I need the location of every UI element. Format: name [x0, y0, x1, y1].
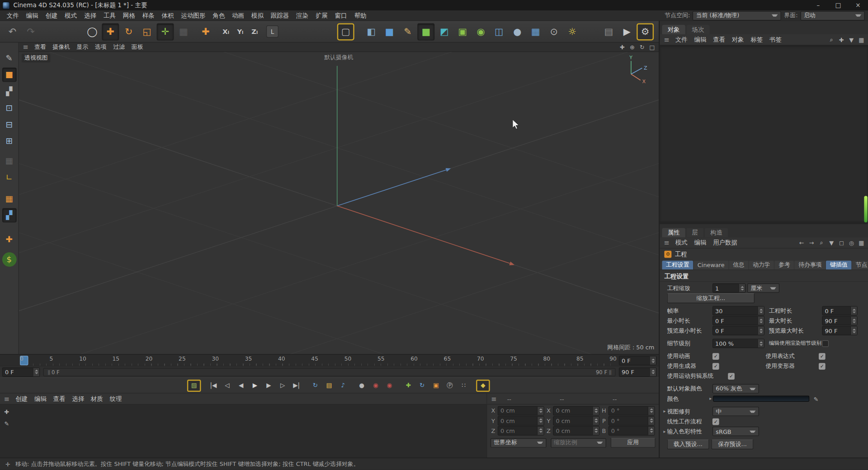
node-space-select[interactable]: 当前 (标准/物理) — [693, 11, 781, 20]
play-button[interactable]: ▶ — [249, 379, 261, 391]
browser-icon[interactable]: ▦ — [857, 35, 866, 44]
menubar-item[interactable]: 角色 — [209, 11, 228, 20]
menubar-item[interactable]: 样条 — [139, 11, 158, 20]
bend-icon[interactable]: ◫ — [491, 23, 508, 40]
view-clip-expander-icon[interactable]: ▸ — [662, 409, 667, 414]
tab-attributes[interactable]: 属性 — [662, 228, 685, 237]
key-position-button[interactable]: ✚ — [402, 379, 415, 391]
menubar-item[interactable]: 窗口 — [331, 11, 350, 20]
cube-icon[interactable]: ■ — [381, 23, 398, 40]
color-swatch[interactable] — [713, 396, 809, 402]
axis-center-icon[interactable]: ✚ — [2, 232, 16, 247]
sky-icon[interactable]: ● — [509, 23, 526, 40]
filter-icon[interactable]: ▼ — [847, 35, 856, 44]
attribute-menu-icon[interactable]: ≡ — [662, 238, 671, 247]
viewport-menu-item[interactable]: 面板 — [128, 43, 146, 51]
coordinate-field[interactable]: 0 ° — [609, 416, 655, 425]
tab-dynamics[interactable]: 动力学 — [749, 261, 774, 270]
menubar-item[interactable]: 扩展 — [312, 11, 331, 20]
linear-workflow-checkbox[interactable]: ✓ — [712, 418, 719, 425]
tab-cineware[interactable]: Cineware — [693, 261, 728, 270]
goto-start-button[interactable]: |◀ — [207, 379, 220, 391]
apply-button[interactable]: 应用 — [611, 438, 656, 448]
use-deformers-checkbox[interactable]: ✓ — [819, 363, 826, 370]
input-color-expander-icon[interactable]: ▸ — [662, 429, 667, 434]
add-material-icon[interactable]: ✚ — [2, 407, 11, 416]
project-scale-unit-select[interactable]: 厘米 — [747, 283, 779, 293]
tab-reference[interactable]: 参考 — [775, 261, 794, 270]
material-menu-item[interactable]: 纹理 — [106, 395, 125, 403]
save-preset-button[interactable]: 保存预设... — [711, 439, 753, 449]
tab-construction[interactable]: 构造 — [705, 228, 728, 237]
texture-axis-icon[interactable]: ▦ — [2, 192, 16, 206]
asset-browser-icon[interactable]: $ — [2, 252, 16, 267]
use-generators-checkbox[interactable]: ✓ — [712, 363, 719, 370]
coordinate-field[interactable]: 0 cm — [498, 416, 544, 425]
maximize-button[interactable]: □ — [828, 0, 848, 10]
fps-field[interactable]: 30 — [712, 306, 764, 315]
maximize-view-icon[interactable]: □ — [648, 42, 657, 52]
cloner-icon[interactable]: ▣ — [454, 23, 471, 40]
menubar-item[interactable]: 渲染 — [293, 11, 312, 20]
camera-icon[interactable]: ⊙ — [545, 23, 562, 40]
material-menu-item[interactable]: 材质 — [87, 395, 106, 403]
extrude-icon[interactable]: ◩ — [436, 23, 453, 40]
material-menu-item[interactable]: 编辑 — [31, 395, 50, 403]
lod-field[interactable]: 100 % — [712, 338, 764, 348]
back-icon[interactable]: ← — [797, 238, 806, 247]
viewport-menu-item[interactable]: 显示 — [73, 43, 91, 51]
prev-key-button[interactable]: ◁ — [221, 379, 234, 391]
edge-mode-icon[interactable]: ⊟ — [2, 118, 16, 132]
interface-select[interactable]: 启动 — [801, 11, 865, 20]
attribute-menu-item[interactable]: 模式 — [672, 239, 691, 247]
array-icon[interactable]: ▦ — [527, 23, 544, 40]
menubar-item[interactable]: 模式 — [61, 11, 80, 20]
attribute-menu-item[interactable]: 编辑 — [691, 239, 710, 247]
record-objects-button[interactable]: ● — [355, 379, 368, 391]
coordinate-system-icon[interactable]: L — [266, 25, 278, 38]
floor-icon[interactable]: ◧ — [363, 23, 380, 40]
menubar-item[interactable]: 创建 — [42, 11, 61, 20]
scale-mode-select[interactable]: 缩放比例 — [551, 438, 606, 447]
next-frame-button[interactable]: ▶ — [262, 379, 275, 391]
redo-icon[interactable]: ↷ — [22, 23, 39, 40]
pan-view-icon[interactable]: ✚ — [618, 42, 627, 52]
object-menu-item[interactable]: 文件 — [672, 35, 691, 43]
minimize-button[interactable]: – — [808, 0, 828, 10]
render-lod-checkbox[interactable] — [822, 340, 829, 347]
material-menu-item[interactable]: 查看 — [50, 395, 69, 403]
object-menu-item[interactable]: 书签 — [766, 35, 785, 43]
view-name-label[interactable]: 透视视图 — [22, 54, 51, 63]
close-button[interactable]: × — [848, 0, 868, 10]
enable-axis-icon[interactable]: ✚ — [197, 23, 214, 40]
menubar-item[interactable]: 选择 — [81, 11, 100, 20]
tab-layers[interactable]: 层 — [686, 228, 703, 237]
menubar-item[interactable]: 体积 — [158, 11, 177, 20]
key-scale-button[interactable]: ▣ — [429, 379, 442, 391]
gizmo-tool-icon[interactable]: ✛ — [157, 23, 174, 40]
menubar-item[interactable]: 跟踪器 — [267, 11, 292, 20]
color-expander-icon[interactable]: ▸ — [708, 396, 713, 401]
preview-min-field[interactable]: 0 F — [712, 326, 764, 335]
subdivision-surface-icon[interactable]: ■ — [417, 23, 434, 40]
scale-project-button[interactable]: 缩放工程... — [667, 293, 755, 303]
coordinate-field[interactable]: 0 cm — [553, 416, 599, 425]
object-menu-item[interactable]: 标签 — [747, 35, 766, 43]
material-menu-item[interactable]: 选择 — [69, 395, 88, 403]
menubar-item[interactable]: 编辑 — [23, 11, 42, 20]
move-tool-icon[interactable]: ✚ — [102, 23, 119, 40]
panel-icon[interactable]: ▦ — [857, 238, 866, 247]
range-start-field[interactable]: 0 F — [2, 367, 40, 376]
coordinate-field[interactable]: 0 cm — [498, 426, 544, 435]
render-settings-icon[interactable]: ⚙ — [637, 23, 654, 40]
next-key-button[interactable]: ▷ — [276, 379, 289, 391]
orbit-view-icon[interactable]: ↻ — [638, 42, 647, 52]
default-color-select[interactable]: 60% 灰色 — [712, 384, 759, 394]
tab-project-settings[interactable]: 工程设置 — [662, 261, 693, 270]
object-menu-item[interactable]: 对象 — [728, 35, 747, 43]
tab-objects[interactable]: 对象 — [662, 25, 685, 34]
menubar-item[interactable]: 网格 — [119, 11, 138, 20]
snap-icon[interactable]: ▞ — [2, 208, 16, 222]
uv-mode-icon[interactable]: ▦ — [2, 154, 16, 168]
polygon-mode-icon[interactable]: ⊞ — [2, 134, 16, 148]
